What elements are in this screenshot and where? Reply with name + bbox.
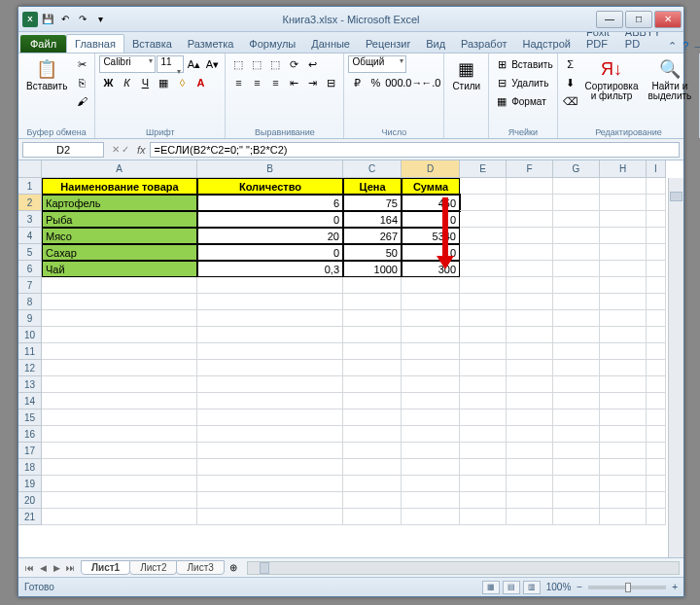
row-header-13[interactable]: 13 [18, 376, 42, 393]
cell[interactable] [553, 376, 600, 393]
tab-data[interactable]: Данные [303, 35, 358, 53]
cell[interactable] [553, 294, 600, 310]
cell[interactable] [647, 393, 666, 409]
increase-font-icon[interactable]: A▴ [185, 55, 202, 73]
cell[interactable] [42, 310, 197, 327]
first-sheet-icon[interactable]: ⏮ [22, 563, 36, 573]
close-button[interactable]: ✕ [654, 11, 682, 28]
cancel-formula-icon[interactable]: ✕ [112, 144, 120, 155]
cell[interactable] [460, 327, 507, 343]
cell[interactable] [507, 393, 553, 409]
cell[interactable] [402, 426, 460, 443]
tab-addins[interactable]: Надстрой [515, 35, 578, 53]
row-header-17[interactable]: 17 [18, 443, 42, 459]
cell[interactable] [343, 426, 402, 443]
cell[interactable] [600, 426, 647, 443]
minimize-button[interactable]: — [596, 11, 623, 28]
tab-view[interactable]: Вид [418, 35, 453, 53]
cell[interactable] [600, 459, 647, 476]
cell[interactable]: 0 [402, 211, 460, 228]
cell[interactable] [647, 178, 666, 195]
minimize-ribbon-icon[interactable]: ⌃ [668, 40, 677, 53]
prev-sheet-icon[interactable]: ◀ [36, 563, 50, 573]
cell[interactable] [42, 393, 197, 409]
row-header-16[interactable]: 16 [18, 426, 42, 443]
cell[interactable] [402, 459, 460, 476]
cell[interactable] [460, 476, 507, 492]
cell[interactable] [402, 327, 460, 343]
cell[interactable] [600, 443, 647, 459]
cell[interactable]: Рыба [42, 211, 197, 228]
cell[interactable] [600, 294, 647, 310]
cell[interactable] [507, 244, 553, 261]
comma-icon[interactable]: 000 [385, 74, 402, 91]
cell[interactable]: Чай [42, 261, 197, 277]
cell[interactable] [402, 310, 460, 327]
decrease-font-icon[interactable]: A▾ [203, 55, 221, 73]
cell[interactable] [343, 294, 402, 310]
cell[interactable] [647, 228, 666, 244]
cell[interactable] [507, 294, 553, 310]
cell[interactable] [197, 376, 343, 393]
cell[interactable] [42, 327, 197, 343]
cell[interactable] [507, 459, 553, 476]
format-painter-icon[interactable]: 🖌 [73, 92, 90, 110]
cell[interactable] [553, 459, 600, 476]
cell[interactable] [553, 409, 600, 426]
wrap-text-icon[interactable]: ↩ [303, 55, 321, 73]
cell[interactable] [460, 294, 507, 310]
name-box[interactable]: D2 [22, 142, 104, 158]
save-icon[interactable]: 💾 [40, 12, 55, 27]
cell[interactable] [600, 343, 647, 360]
find-select-button[interactable]: 🔍 Найти и выделить [644, 55, 695, 103]
delete-cells-icon[interactable]: ⊟ [493, 74, 510, 91]
cell[interactable] [197, 327, 343, 343]
fill-icon[interactable]: ⬇ [562, 74, 579, 91]
row-header-4[interactable]: 4 [18, 228, 42, 244]
font-size-select[interactable]: 11 [157, 55, 184, 73]
cell[interactable] [647, 459, 666, 476]
cell[interactable] [647, 343, 666, 360]
row-header-6[interactable]: 6 [18, 261, 42, 277]
format-cells-icon[interactable]: ▦ [493, 92, 510, 110]
cell[interactable] [647, 376, 666, 393]
cell[interactable] [600, 509, 647, 525]
row-header-19[interactable]: 19 [18, 476, 42, 492]
cell[interactable] [600, 409, 647, 426]
cell[interactable] [647, 409, 666, 426]
align-right-icon[interactable]: ≡ [266, 74, 284, 91]
cell[interactable] [553, 277, 600, 294]
zoom-level[interactable]: 100% [546, 582, 572, 592]
cell[interactable] [647, 211, 666, 228]
cell[interactable] [507, 310, 553, 327]
cell[interactable] [600, 360, 647, 376]
column-header-I[interactable]: I [647, 160, 666, 178]
cell[interactable] [553, 509, 600, 525]
column-header-H[interactable]: H [600, 160, 647, 178]
enter-formula-icon[interactable]: ✓ [122, 144, 129, 155]
cell[interactable] [647, 443, 666, 459]
normal-view-icon[interactable]: ▦ [482, 581, 500, 594]
tab-insert[interactable]: Вставка [124, 35, 180, 53]
row-header-8[interactable]: 8 [18, 294, 42, 310]
cell[interactable] [507, 360, 553, 376]
undo-icon[interactable]: ↶ [57, 12, 73, 27]
cell[interactable] [402, 376, 460, 393]
cell[interactable] [507, 327, 553, 343]
align-middle-icon[interactable]: ⬚ [248, 55, 265, 73]
cell[interactable]: 267 [343, 228, 402, 244]
cell[interactable] [553, 178, 600, 195]
spreadsheet-grid[interactable]: ABCDEFGHI 123456789101112131415161718192… [18, 160, 683, 557]
cell[interactable] [460, 195, 507, 211]
cell[interactable] [507, 228, 553, 244]
page-break-view-icon[interactable]: ▥ [523, 581, 541, 594]
cell[interactable] [42, 277, 197, 294]
cell[interactable]: Наименование товара [42, 178, 197, 195]
tab-home[interactable]: Главная [66, 34, 124, 53]
border-icon[interactable]: ▦ [155, 74, 172, 91]
cell[interactable] [600, 476, 647, 492]
cell[interactable] [460, 426, 507, 443]
paste-button[interactable]: 📋 Вставить [22, 55, 71, 93]
increase-indent-icon[interactable]: ⇥ [303, 74, 321, 91]
cell[interactable] [553, 492, 600, 509]
